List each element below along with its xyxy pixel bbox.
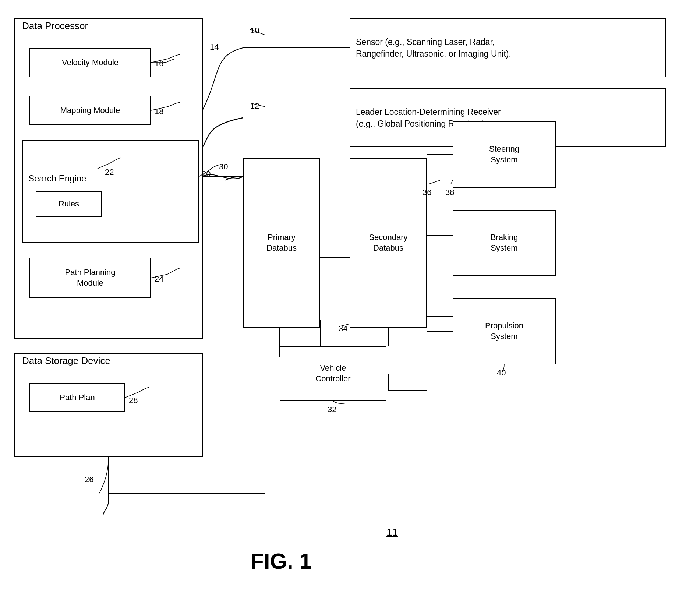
propulsion-system-box: PropulsionSystem	[453, 298, 556, 364]
ref-30: 30	[219, 162, 228, 172]
mapping-module-label: Mapping Module	[60, 105, 120, 116]
rules-box: Rules	[36, 191, 102, 217]
primary-databus-label: PrimaryDatabus	[266, 232, 297, 253]
diagram: Data Processor Velocity Module 16 Mappin…	[0, 0, 700, 590]
secondary-databus-label: SecondaryDatabus	[369, 232, 407, 253]
ref-34: 34	[339, 324, 347, 333]
ref-36: 36	[423, 188, 431, 197]
velocity-module-box: Velocity Module	[29, 48, 151, 77]
ref-28: 28	[129, 396, 138, 405]
path-planning-label: Path PlanningModule	[65, 267, 116, 288]
data-storage-label: Data Storage Device	[22, 355, 110, 367]
ref-18: 18	[155, 107, 163, 116]
svg-line-47	[429, 180, 440, 184]
vehicle-controller-box: VehicleController	[280, 346, 386, 401]
steering-system-box: SteeringSystem	[453, 121, 556, 188]
ref-16: 16	[155, 59, 163, 68]
vehicle-controller-label: VehicleController	[315, 363, 350, 384]
path-plan-box: Path Plan	[29, 383, 125, 412]
primary-databus-box: PrimaryDatabus	[243, 158, 320, 328]
secondary-databus-box: SecondaryDatabus	[350, 158, 427, 328]
ref-40: 40	[497, 368, 506, 378]
search-engine-box: Search Engine Rules	[22, 140, 199, 243]
ref-14: 14	[210, 42, 219, 52]
ref-38: 38	[445, 188, 454, 197]
ref-24: 24	[155, 274, 163, 284]
path-planning-box: Path PlanningModule	[29, 258, 151, 298]
mapping-module-box: Mapping Module	[29, 96, 151, 125]
ref-26: 26	[85, 475, 93, 484]
sensor-box: Sensor (e.g., Scanning Laser, Radar,Rang…	[350, 18, 666, 77]
ref-12: 12	[250, 101, 259, 111]
rules-label: Rules	[59, 199, 79, 209]
sensor-label: Sensor (e.g., Scanning Laser, Radar,Rang…	[356, 36, 511, 60]
braking-system-box: BrakingSystem	[453, 210, 556, 276]
ref-10: 10	[250, 26, 259, 35]
fig-number: 11	[386, 526, 398, 538]
ref-22: 22	[105, 167, 114, 177]
fig-title: FIG. 1	[250, 548, 312, 574]
ref-20: 20	[202, 169, 211, 179]
ref-32: 32	[328, 405, 336, 414]
velocity-module-label: Velocity Module	[62, 57, 119, 68]
search-engine-label: Search Engine	[28, 173, 86, 184]
propulsion-system-label: PropulsionSystem	[485, 321, 523, 342]
data-processor-label: Data Processor	[22, 20, 88, 32]
steering-system-label: SteeringSystem	[489, 144, 519, 165]
braking-system-label: BrakingSystem	[491, 232, 518, 253]
path-plan-label: Path Plan	[60, 392, 95, 403]
